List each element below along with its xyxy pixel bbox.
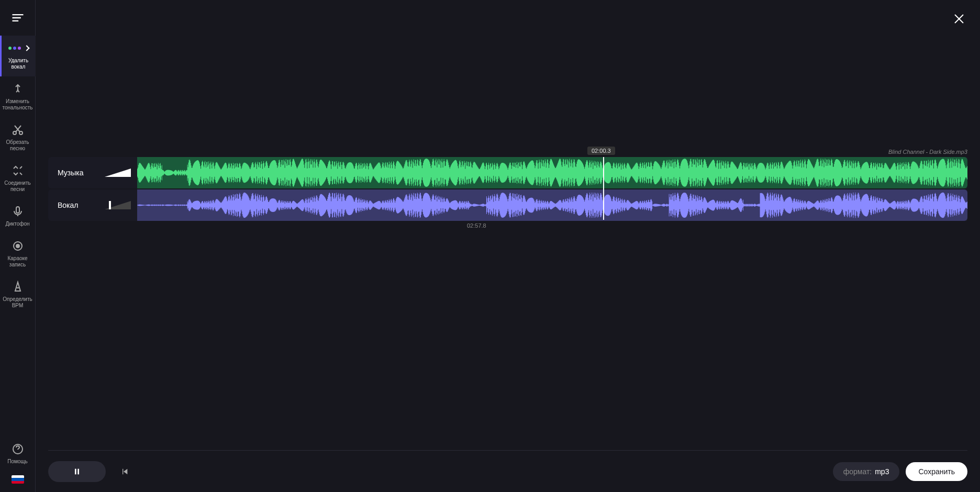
volume-slider-music[interactable] (105, 169, 131, 177)
waveform-music[interactable] (137, 157, 967, 188)
save-button[interactable]: Сохранить (906, 462, 967, 481)
tracks-container: Blind Channel - Dark Side.mp3 02:00.3 Му… (48, 157, 967, 222)
duration-label: 02:57.8 (467, 222, 486, 229)
track-vocal-label: Вокал (58, 201, 105, 209)
pause-button[interactable] (48, 461, 106, 482)
main-area: Blind Channel - Dark Side.mp3 02:00.3 Му… (36, 0, 980, 492)
format-button[interactable]: формат: mp3 (833, 462, 900, 481)
waveform-vocal[interactable] (137, 189, 967, 221)
svg-rect-7 (77, 468, 79, 474)
sidebar-item-bpm[interactable]: Определить BPM (0, 274, 36, 315)
close-button[interactable] (951, 10, 967, 27)
menu-icon[interactable] (0, 0, 36, 36)
skip-back-button[interactable] (114, 461, 135, 482)
sidebar-item-label: Соединить песни (2, 180, 34, 193)
sidebar-item-label: Удалить вокал (4, 58, 34, 70)
track-music: Музыка (48, 157, 967, 188)
bpm-icon (12, 281, 24, 293)
svg-rect-6 (75, 468, 76, 474)
pitch-icon (12, 83, 24, 95)
filename-label: Blind Channel - Dark Side.mp3 (888, 149, 967, 155)
karaoke-icon (12, 240, 24, 252)
format-value: mp3 (875, 467, 889, 476)
playhead-time: 02:00.3 (587, 147, 615, 155)
sidebar-item-vocal-remove[interactable]: Удалить вокал (0, 36, 36, 76)
sidebar-item-label: Обрезать песню (2, 139, 34, 152)
language-flag-ru[interactable] (12, 475, 24, 484)
sidebar-item-label: Диктофон (5, 221, 29, 227)
volume-slider-vocal[interactable] (105, 201, 131, 209)
sidebar-item-mic[interactable]: Диктофон (0, 199, 36, 233)
sidebar-item-label: Караоке запись (2, 255, 34, 268)
sidebar-item-help[interactable]: Помощь (0, 437, 36, 471)
sidebar-item-join[interactable]: Соединить песни (0, 158, 36, 199)
sidebar-item-cut[interactable]: Обрезать песню (0, 117, 36, 158)
sidebar-item-label: Изменить тональность (2, 98, 34, 111)
track-vocal: Вокал (48, 189, 967, 221)
vocal-remove-icon (12, 42, 25, 54)
track-music-label: Музыка (58, 169, 105, 177)
sidebar-item-karaoke[interactable]: Караоке запись (0, 233, 36, 274)
sidebar-item-pitch[interactable]: Изменить тональность (0, 76, 36, 117)
sidebar-item-label: Определить BPM (2, 296, 34, 309)
sidebar: Удалить вокал Изменить тональность Обрез… (0, 0, 36, 492)
playhead[interactable] (603, 157, 604, 220)
svg-point-4 (16, 244, 19, 248)
join-icon (12, 164, 24, 177)
format-label: формат: (843, 467, 872, 476)
help-icon (12, 443, 24, 455)
mic-icon (12, 205, 24, 218)
bottom-bar: формат: mp3 Сохранить (48, 450, 967, 492)
svg-rect-2 (16, 207, 19, 213)
cut-icon (12, 124, 24, 136)
sidebar-item-label: Помощь (7, 459, 28, 465)
